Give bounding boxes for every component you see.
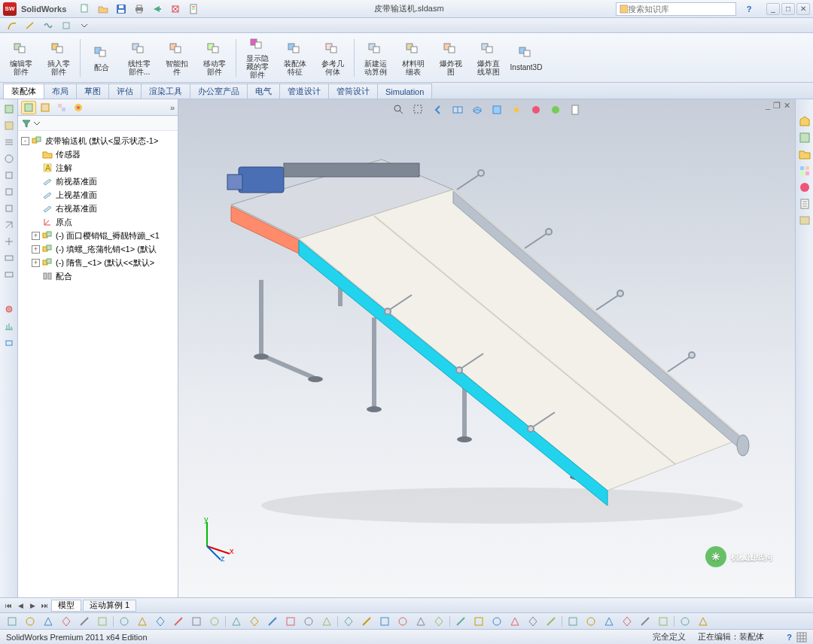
motion-study-tab[interactable]: 运动算例 1 — [83, 600, 136, 612]
arrow-icon[interactable] — [149, 2, 166, 17]
command-tab-2[interactable]: 草图 — [76, 84, 109, 99]
property-tab[interactable] — [38, 101, 53, 114]
view-palette-icon[interactable] — [798, 164, 811, 178]
bottom-tool-29[interactable] — [544, 615, 559, 628]
tree-node-6[interactable]: +(-) 面口樱销锟_褥靓特蹦_<1 — [20, 229, 176, 242]
config-tab[interactable] — [54, 101, 69, 114]
bottom-tool-37[interactable] — [696, 615, 711, 628]
file-explorer-icon[interactable] — [798, 147, 811, 161]
line-icon[interactable] — [24, 20, 36, 32]
command-tab-7[interactable]: 管道设计 — [279, 84, 329, 99]
mdi-close[interactable]: ✕ — [784, 101, 790, 111]
bottom-tool-27[interactable] — [507, 615, 522, 628]
vt-icon-12[interactable] — [2, 302, 16, 316]
bottom-tool-34[interactable] — [638, 615, 653, 628]
bottom-tool-14[interactable] — [265, 615, 280, 628]
bottom-tool-36[interactable] — [678, 615, 693, 628]
ribbon-btn-2[interactable]: 配合 — [84, 35, 120, 80]
expand-icon[interactable]: + — [32, 259, 40, 267]
new-file-icon[interactable] — [77, 2, 93, 17]
model-tab[interactable]: 模型 — [51, 600, 81, 612]
bottom-tool-10[interactable] — [189, 615, 204, 628]
tab-first-icon[interactable]: ⏮ — [3, 600, 14, 611]
custom-props-icon[interactable] — [798, 197, 811, 211]
bottom-tool-30[interactable] — [565, 615, 580, 628]
bottom-tool-28[interactable] — [525, 615, 540, 628]
tab-last-icon[interactable]: ⏭ — [39, 600, 50, 611]
scene-icon[interactable] — [547, 102, 564, 117]
collapse-icon[interactable]: - — [21, 137, 29, 145]
bottom-tool-16[interactable] — [301, 615, 316, 628]
command-tab-9[interactable]: Simulation — [377, 84, 432, 99]
tree-node-4[interactable]: 右视基准面 — [20, 202, 176, 215]
tree-node-2[interactable]: 前视基准面 — [20, 175, 176, 188]
search-input[interactable] — [628, 5, 732, 14]
ribbon-btn-4[interactable]: 智能扣 件 — [159, 35, 195, 80]
expand-icon[interactable]: + — [32, 245, 40, 254]
zoom-area-icon[interactable] — [410, 102, 427, 117]
bottom-tool-0[interactable] — [5, 615, 20, 628]
display-tab[interactable] — [71, 101, 86, 114]
close-button[interactable]: ✕ — [796, 3, 810, 15]
bottom-tool-23[interactable] — [431, 615, 446, 628]
dropdown-icon[interactable] — [33, 120, 41, 127]
tab-prev-icon[interactable]: ◀ — [15, 600, 26, 611]
bottom-tool-8[interactable] — [153, 615, 168, 628]
vt-icon-14[interactable] — [2, 336, 16, 349]
ribbon-btn-13[interactable]: Instant3D — [508, 35, 544, 80]
expand-icon[interactable]: + — [32, 232, 40, 240]
bottom-tool-35[interactable] — [656, 615, 671, 628]
curve-icon[interactable] — [6, 20, 18, 32]
ribbon-btn-5[interactable]: 移动零 部件 — [196, 35, 233, 80]
ribbon-btn-10[interactable]: 材料明 细表 — [395, 35, 431, 80]
bottom-tool-15[interactable] — [283, 615, 298, 628]
command-tab-4[interactable]: 渲染工具 — [141, 84, 190, 99]
ribbon-btn-3[interactable]: 线性零 部件... — [121, 35, 157, 80]
panel-expand-icon[interactable]: » — [170, 103, 175, 112]
rebuild-icon[interactable] — [167, 2, 184, 17]
tree-node-1[interactable]: A注解 — [20, 161, 176, 175]
bottom-tool-6[interactable] — [117, 615, 132, 628]
bottom-tool-19[interactable] — [359, 615, 374, 628]
prev-view-icon[interactable] — [430, 102, 446, 117]
design-lib-icon[interactable] — [798, 131, 811, 144]
search-box[interactable] — [616, 2, 736, 16]
options-icon[interactable] — [185, 2, 202, 17]
task-icon[interactable] — [798, 214, 811, 227]
bottom-tool-26[interactable] — [489, 615, 504, 628]
bottom-tool-32[interactable] — [601, 615, 617, 628]
spline-icon[interactable] — [42, 20, 54, 32]
command-tab-0[interactable]: 装配体 — [3, 84, 44, 99]
hide-show-icon[interactable] — [508, 102, 525, 117]
vt-icon-5[interactable] — [2, 169, 16, 182]
view-orient-icon[interactable] — [469, 102, 486, 117]
vt-icon-7[interactable] — [2, 202, 16, 215]
display-style-icon[interactable] — [489, 102, 505, 117]
zoom-fit-icon[interactable] — [391, 102, 407, 117]
chevron-down-icon[interactable] — [78, 20, 90, 32]
bottom-tool-12[interactable] — [229, 615, 244, 628]
settings-icon[interactable] — [567, 102, 583, 117]
bottom-tool-17[interactable] — [319, 615, 334, 628]
ribbon-btn-7[interactable]: 装配体 特征 — [277, 35, 313, 80]
status-grid-icon[interactable] — [796, 632, 807, 642]
bottom-tool-3[interactable] — [59, 615, 74, 628]
ribbon-btn-6[interactable]: 显示隐 藏的零 部件 — [239, 35, 276, 80]
bottom-tool-11[interactable] — [207, 615, 222, 628]
bottom-tool-33[interactable] — [620, 615, 635, 628]
vt-icon-9[interactable] — [2, 235, 16, 248]
appearances-icon[interactable] — [798, 181, 811, 194]
vt-icon-1[interactable] — [2, 102, 16, 116]
mdi-restore[interactable]: ❐ — [773, 101, 781, 111]
minimize-button[interactable]: _ — [766, 3, 780, 15]
filter-icon[interactable] — [21, 118, 32, 129]
vt-icon-10[interactable] — [2, 251, 16, 265]
appearance-icon[interactable] — [528, 102, 544, 117]
ribbon-btn-12[interactable]: 爆炸直 线草图 — [470, 35, 507, 80]
bottom-tool-2[interactable] — [41, 615, 56, 628]
vt-icon-2[interactable] — [2, 119, 16, 132]
save-icon[interactable] — [113, 2, 129, 17]
tree-root[interactable]: - 皮带输送机 (默认<显示状态-1> — [20, 134, 176, 147]
bottom-tool-18[interactable] — [341, 615, 356, 628]
command-tab-6[interactable]: 电气 — [247, 84, 280, 99]
